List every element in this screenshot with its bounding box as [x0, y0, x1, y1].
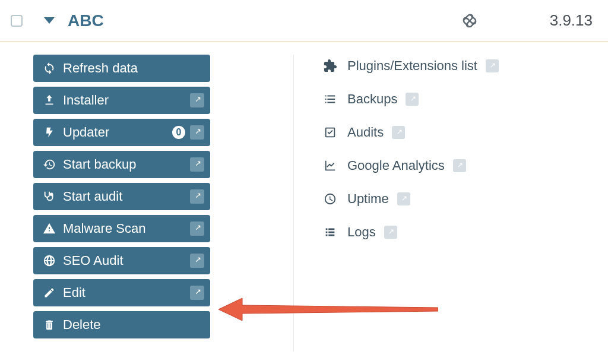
external-link-icon	[453, 159, 466, 172]
uptime-link[interactable]: Uptime	[322, 191, 499, 207]
start-backup-label: Start backup	[63, 157, 190, 172]
external-link-icon	[486, 59, 499, 72]
check-square-icon	[322, 125, 338, 140]
list-ordered-icon	[322, 91, 338, 107]
audits-label: Audits	[347, 125, 384, 140]
globe-icon	[42, 253, 57, 268]
delete-button[interactable]: Delete	[33, 311, 210, 338]
expand-caret-icon[interactable]	[44, 17, 55, 24]
external-link-icon	[397, 192, 410, 205]
logs-label: Logs	[347, 224, 376, 240]
actions-column: Refresh data Installer Updater 0	[33, 55, 259, 352]
refresh-icon	[42, 61, 57, 76]
history-icon	[42, 157, 57, 172]
malware-scan-button[interactable]: Malware Scan	[33, 215, 210, 242]
edit-button[interactable]: Edit	[33, 279, 210, 306]
malware-scan-label: Malware Scan	[63, 221, 190, 236]
backups-link[interactable]: Backups	[322, 91, 499, 107]
logs-link[interactable]: Logs	[322, 224, 499, 240]
site-name[interactable]: ABC	[68, 11, 104, 30]
warning-icon	[42, 221, 57, 236]
external-link-icon	[190, 286, 204, 300]
backups-label: Backups	[347, 91, 397, 107]
analytics-link[interactable]: Google Analytics	[322, 158, 499, 173]
updater-count-badge: 0	[172, 126, 185, 139]
chart-line-icon	[322, 158, 338, 173]
select-checkbox[interactable]	[11, 15, 23, 27]
pencil-icon	[42, 285, 57, 300]
column-divider	[293, 55, 294, 352]
joomla-icon	[461, 12, 479, 30]
version-label: 3.9.13	[550, 11, 593, 30]
start-audit-button[interactable]: Start audit	[33, 183, 210, 210]
external-link-icon	[406, 93, 419, 106]
external-link-icon	[190, 221, 204, 236]
external-link-icon	[392, 126, 405, 139]
external-link-icon	[384, 226, 397, 239]
updater-label: Updater	[63, 125, 172, 140]
external-link-icon	[190, 157, 204, 172]
installer-label: Installer	[63, 93, 190, 108]
stethoscope-icon	[42, 189, 57, 204]
start-audit-label: Start audit	[63, 189, 190, 204]
refresh-data-button[interactable]: Refresh data	[33, 55, 210, 82]
site-row: ABC 3.9.13	[0, 0, 608, 42]
plugins-label: Plugins/Extensions list	[347, 58, 477, 74]
list-icon	[322, 224, 338, 240]
external-link-icon	[190, 93, 204, 107]
clock-icon	[322, 191, 338, 207]
edit-label: Edit	[63, 285, 190, 300]
refresh-label: Refresh data	[63, 61, 204, 76]
installer-button[interactable]: Installer	[33, 87, 210, 114]
seo-audit-label: SEO Audit	[63, 253, 190, 268]
trash-icon	[42, 317, 57, 333]
puzzle-icon	[322, 58, 338, 74]
audits-link[interactable]: Audits	[322, 125, 499, 140]
analytics-label: Google Analytics	[347, 158, 445, 173]
external-link-icon	[190, 254, 204, 268]
delete-label: Delete	[63, 317, 204, 333]
seo-audit-button[interactable]: SEO Audit	[33, 247, 210, 274]
plugins-link[interactable]: Plugins/Extensions list	[322, 58, 499, 74]
start-backup-button[interactable]: Start backup	[33, 151, 210, 178]
bolt-icon	[42, 125, 57, 140]
info-column: Plugins/Extensions list Backups Audits	[322, 55, 499, 352]
external-link-icon	[190, 125, 204, 140]
uptime-label: Uptime	[347, 191, 389, 207]
updater-button[interactable]: Updater 0	[33, 119, 210, 146]
upload-icon	[42, 93, 57, 108]
external-link-icon	[190, 189, 204, 204]
